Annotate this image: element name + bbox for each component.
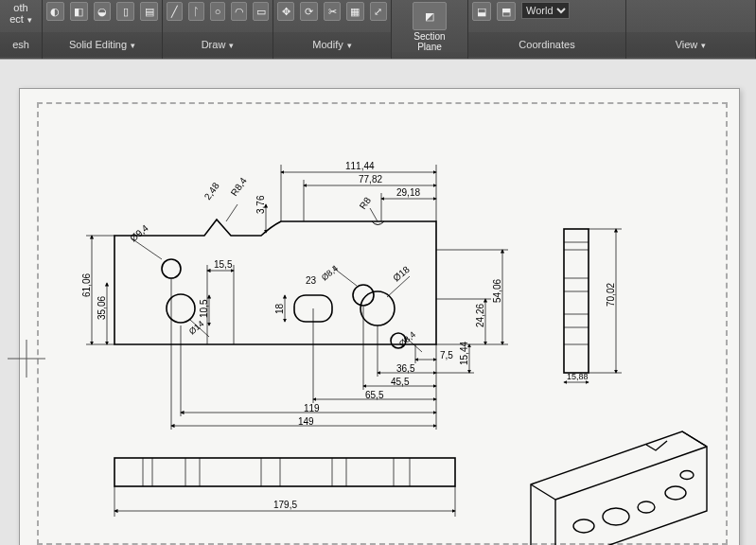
dim-61-06: 61,06 <box>81 273 92 297</box>
svg-rect-6 <box>564 229 589 373</box>
svg-point-26 <box>603 508 629 525</box>
dim-d18: Ø18 <box>391 264 412 284</box>
panel-label-draw[interactable]: Draw▾ <box>163 32 273 57</box>
panel-label-coordinates[interactable]: Coordinates <box>468 32 625 57</box>
dim-70-02: 70,02 <box>606 283 616 307</box>
ribbon-group-view: View▾ <box>626 0 756 59</box>
svg-line-47 <box>370 208 378 221</box>
dim-23: 23 <box>306 275 317 286</box>
dim-d8-4a: Ø8,4 <box>320 263 340 282</box>
ucs-icon-2[interactable]: ⬒ <box>497 2 516 21</box>
origin-crosshair <box>0 60 57 457</box>
section-plane-icon[interactable]: ◩ <box>413 2 447 30</box>
svg-point-27 <box>638 501 655 513</box>
dim-24-26: 24,26 <box>475 304 485 327</box>
ribbon-group-section: ◩ SectionPlane Section▾ <box>392 0 468 59</box>
separate-icon[interactable]: ▤ <box>140 2 158 21</box>
ucs-icon-1[interactable]: ⬓ <box>472 2 491 21</box>
drawing-svg: 111,44 77,82 29,18 2,48 R8,4 3,76 R8 Ø9,… <box>20 89 739 545</box>
dim-45-5: 45,5 <box>391 377 410 387</box>
dim-2-48: 2,48 <box>202 181 221 202</box>
move-icon[interactable]: ✥ <box>277 2 294 21</box>
ribbon: othect▾ esh ◐ ◧ ◒ ▯ ▤ Solid Editing▾ ╱ ᛚ… <box>0 0 756 60</box>
color-face-icon[interactable]: ◧ <box>70 2 88 21</box>
ucs-select[interactable]: World <box>521 2 570 19</box>
dim-d14: Ø14 <box>187 319 205 337</box>
panel-label-view[interactable]: View▾ <box>626 32 755 57</box>
line-icon[interactable]: ╱ <box>167 2 183 21</box>
dim-d9-4: Ø9,4 <box>128 222 150 244</box>
dim-149: 149 <box>298 416 314 427</box>
dim-15-5: 15,5 <box>214 259 233 270</box>
ribbon-group-partial: othect▾ esh <box>0 0 43 59</box>
svg-point-28 <box>665 486 686 500</box>
rectangle-icon[interactable]: ▭ <box>253 2 269 21</box>
svg-point-29 <box>680 471 694 480</box>
svg-point-1 <box>167 294 195 323</box>
dim-7-5: 7,5 <box>440 350 453 360</box>
ribbon-group-draw: ╱ ᛚ ○ ◠ ▭ Draw▾ <box>163 0 273 59</box>
partial-left-text: othect▾ <box>4 0 38 26</box>
ribbon-group-modify: ✥ ⟳ ✂ ▦ ⤢ Modify▾ <box>273 0 392 59</box>
svg-rect-14 <box>114 458 455 486</box>
dim-179-5: 179,5 <box>273 500 297 510</box>
dim-d8-4b: Ø8,4 <box>397 329 417 348</box>
scale-icon[interactable]: ⤢ <box>370 2 387 21</box>
paper: 111,44 77,82 29,18 2,48 R8,4 3,76 R8 Ø9,… <box>19 88 740 545</box>
dim-r8-4: R8,4 <box>229 175 249 198</box>
drawing-canvas[interactable]: 111,44 77,82 29,18 2,48 R8,4 3,76 R8 Ø9,… <box>0 59 756 545</box>
dim-119: 119 <box>304 403 320 413</box>
arc-icon[interactable]: ◠ <box>231 2 247 21</box>
section-plane-label: SectionPlane <box>413 31 447 52</box>
svg-point-25 <box>573 519 594 533</box>
sweep-icon[interactable]: ◒ <box>94 2 112 21</box>
dim-15-44: 15,44 <box>459 342 469 365</box>
panel-label-solid[interactable]: Solid Editing▾ <box>43 32 162 57</box>
svg-line-46 <box>226 204 237 221</box>
dim-65-5: 65,5 <box>365 390 384 400</box>
array-icon[interactable]: ▦ <box>346 2 363 21</box>
dim-77-82: 77,82 <box>359 174 382 185</box>
dim-10-5: 10,5 <box>199 299 209 318</box>
dim-18v: 18 <box>274 303 285 314</box>
svg-point-3 <box>360 291 395 325</box>
panel-label-mesh[interactable]: esh <box>0 32 42 57</box>
dim-111-44: 111,44 <box>345 161 375 171</box>
extrude-face-icon[interactable]: ◐ <box>46 2 64 21</box>
ribbon-group-solid-editing: ◐ ◧ ◒ ▯ ▤ Solid Editing▾ <box>43 0 163 59</box>
dim-r8: R8 <box>358 195 374 211</box>
dim-35-06: 35,06 <box>97 296 107 320</box>
ribbon-group-coordinates: ⬓ ⬒ World Coordinates <box>468 0 626 59</box>
dim-36-5: 36,5 <box>396 363 415 374</box>
shell-icon[interactable]: ▯ <box>116 2 134 21</box>
polyline-icon[interactable]: ᛚ <box>188 2 204 21</box>
trim-icon[interactable]: ✂ <box>324 2 341 21</box>
rotate-icon[interactable]: ⟳ <box>300 2 317 21</box>
dim-54-06: 54,06 <box>492 279 502 303</box>
circle-icon[interactable]: ○ <box>210 2 226 21</box>
dim-3-76: 3,76 <box>255 195 266 214</box>
panel-label-modify[interactable]: Modify▾ <box>273 32 391 57</box>
svg-point-0 <box>162 259 181 278</box>
dim-29-18: 29,18 <box>396 187 420 198</box>
dim-15-88: 15,88 <box>567 372 589 381</box>
svg-point-2 <box>353 285 374 306</box>
